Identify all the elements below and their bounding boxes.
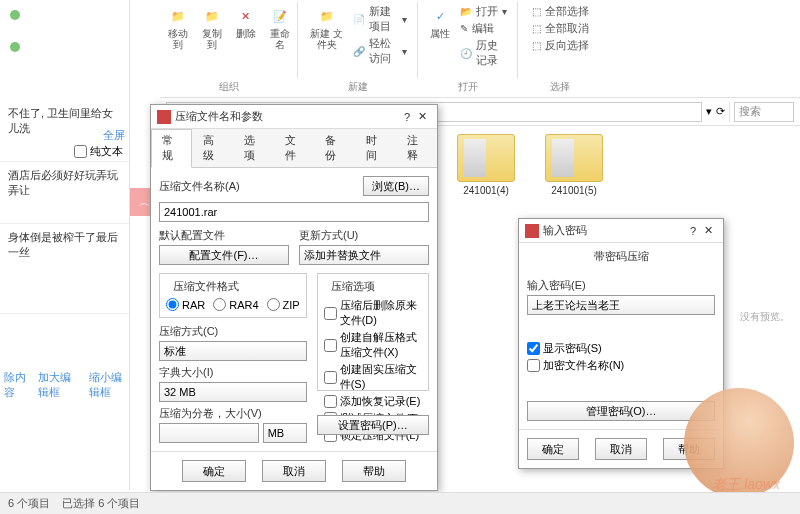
format-zip-radio[interactable]: ZIP [267,298,300,311]
status-dot-icon [10,42,20,52]
history-button[interactable]: 🕘历史记录 [460,38,507,68]
folder-icon [457,134,515,182]
ok-button[interactable]: 确定 [527,438,579,460]
split-label: 压缩为分卷，大小(V) [159,406,307,421]
app-icon [525,224,539,238]
fullscreen-link[interactable]: 全屏 [103,128,125,143]
cancel-button[interactable]: 取消 [262,460,326,482]
profile-button[interactable]: 配置文件(F)… [159,245,289,265]
opt-sfx-checkbox[interactable]: 创建自解压格式压缩文件(X) [324,330,422,360]
zoom-out-link[interactable]: 缩小编辑框 [89,370,129,400]
opt-delete-checkbox[interactable]: 压缩后删除原来文件(D) [324,298,422,328]
close-icon[interactable]: ✕ [700,224,717,237]
tab-backup[interactable]: 备份 [314,129,355,167]
folder-icon [545,134,603,182]
status-bar: 6 个项目 已选择 6 个项目 [0,492,800,514]
new-item-button[interactable]: 📄新建项目 ▾ [353,4,407,34]
tab-files[interactable]: 文件 [274,129,315,167]
folder-item[interactable]: 241001(4) [452,134,520,196]
remove-content-link[interactable]: 除内容 [4,370,28,400]
update-mode-label: 更新方式(U) [299,228,429,243]
ribbon-group-label: 新建 [298,78,418,96]
delete-button[interactable]: ✕删除 [230,2,262,52]
note-text: 身体倒是被榨干了最后一丝 [8,230,121,261]
folder-label: 241001(5) [551,185,597,196]
new-folder-button[interactable]: 📁新建 文件夹 [304,2,349,68]
explorer-ribbon: 📁移动到 📁复制到 ✕删除 📝重命名 📁新建 文件夹 📄新建项目 ▾ 🔗轻松访问… [160,0,800,98]
status-dot-icon [10,10,20,20]
tab-time[interactable]: 时间 [355,129,396,167]
password-input[interactable]: 上老王论坛当老王 [527,295,715,315]
filename-input[interactable] [159,202,429,222]
method-label: 压缩方式(C) [159,324,307,339]
properties-button[interactable]: ✓属性 [424,2,456,70]
method-select[interactable]: 标准 [159,341,307,361]
split-unit-select[interactable]: MB [263,423,307,443]
edit-button[interactable]: ✎编辑 [460,21,507,36]
search-input[interactable]: 搜索 [734,102,794,122]
encrypt-names-checkbox[interactable]: 加密文件名称(N) [527,358,715,373]
opt-solid-checkbox[interactable]: 创建固实压缩文件(S) [324,362,422,392]
copy-to-button[interactable]: 📁复制到 [196,2,228,52]
ribbon-group-label: 打开 [418,78,518,96]
rename-button[interactable]: 📝重命名 [264,2,296,52]
tab-comment[interactable]: 注释 [396,129,437,167]
filename-label: 压缩文件名称(A) [159,179,240,194]
close-icon[interactable]: ✕ [414,110,431,123]
format-rar4-radio[interactable]: RAR4 [213,298,258,311]
dialog-title: 压缩文件名和参数 [175,109,400,124]
zoom-in-link[interactable]: 加大编辑框 [38,370,78,400]
select-none-button[interactable]: ⬚全部取消 [532,21,589,36]
help-icon[interactable]: ? [400,111,414,123]
selected-count: 已选择 6 个项目 [62,496,140,511]
manage-passwords-button[interactable]: 管理密码(O)… [527,401,715,421]
browse-button[interactable]: 浏览(B)… [363,176,429,196]
opt-recovery-checkbox[interactable]: 添加恢复记录(E) [324,394,422,409]
dialog-title: 输入密码 [543,223,686,238]
left-notes-panel: 全屏 纯文本 不住了, 卫生间里给女儿洗 酒店后必须好好玩弄玩弄让 身体倒是被榨… [0,0,130,490]
folder-grid: 241001(4) 241001(5) [452,134,608,196]
password-header: 带密码压缩 [519,243,723,270]
help-icon[interactable]: ? [686,225,700,237]
update-mode-select[interactable]: 添加并替换文件 [299,245,429,265]
app-icon [157,110,171,124]
password-label: 输入密码(E) [527,278,715,293]
invert-selection-button[interactable]: ⬚反向选择 [532,38,589,53]
ribbon-group-label: 选择 [518,78,602,96]
ribbon-group-label: 组织 [160,78,298,96]
tab-options[interactable]: 选项 [233,129,274,167]
dropdown-icon[interactable]: ▾ [706,105,712,118]
cancel-button[interactable]: 取消 [595,438,647,460]
show-password-checkbox[interactable]: 显示密码(S) [527,341,715,356]
dict-select[interactable]: 32 MB [159,382,307,402]
tab-general[interactable]: 常规 [151,129,192,168]
folder-label: 241001(4) [463,185,509,196]
format-group-label: 压缩文件格式 [170,279,242,294]
select-all-button[interactable]: ⬚全部选择 [532,4,589,19]
item-count: 6 个项目 [8,496,50,511]
note-text: 酒店后必须好好玩弄玩弄让 [8,168,121,199]
profile-label: 默认配置文件 [159,228,289,243]
dict-label: 字典大小(I) [159,365,307,380]
open-button[interactable]: 📂打开 ▾ [460,4,507,19]
ok-button[interactable]: 确定 [182,460,246,482]
help-button[interactable]: 帮助 [342,460,406,482]
plaintext-checkbox[interactable]: 纯文本 [74,144,123,159]
format-rar-radio[interactable]: RAR [166,298,205,311]
no-preview-text: 没有预览。 [740,310,790,324]
split-size-select[interactable] [159,423,259,443]
refresh-icon[interactable]: ⟳ [716,105,725,118]
move-to-button[interactable]: 📁移动到 [162,2,194,52]
folder-item[interactable]: 241001(5) [540,134,608,196]
set-password-button[interactable]: 设置密码(P)… [317,415,429,435]
options-group-label: 压缩选项 [328,279,378,294]
dialog-tabs: 常规 高级 选项 文件 备份 时间 注释 [151,129,437,168]
easy-access-button[interactable]: 🔗轻松访问 ▾ [353,36,407,66]
tab-advanced[interactable]: 高级 [192,129,233,167]
compress-dialog: 压缩文件名和参数 ? ✕ 常规 高级 选项 文件 备份 时间 注释 压缩文件名称… [150,104,438,491]
